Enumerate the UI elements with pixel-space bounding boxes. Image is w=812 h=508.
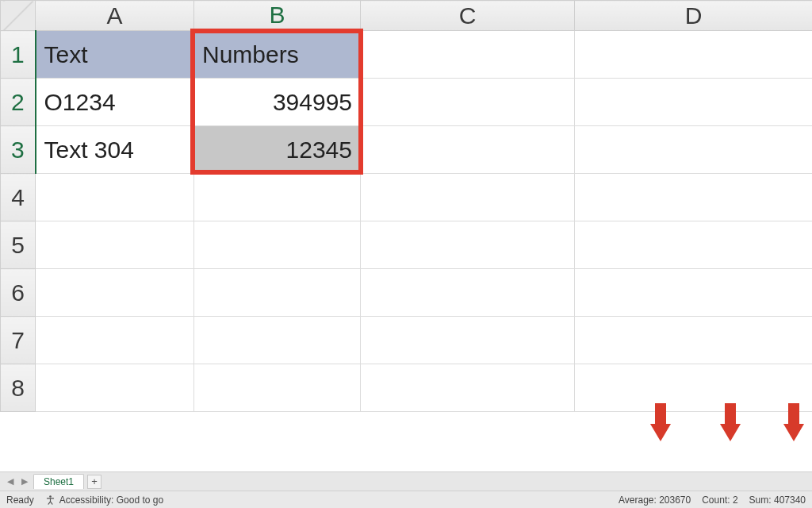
cell-d6[interactable] <box>575 269 813 317</box>
cell-d4[interactable] <box>575 174 813 221</box>
cell-b1[interactable]: Numbers <box>194 31 361 79</box>
cell-c8[interactable] <box>361 364 575 412</box>
cell-b6[interactable] <box>194 269 361 317</box>
svg-point-0 <box>49 495 52 498</box>
col-header-a[interactable]: A <box>36 1 194 31</box>
cell-c1[interactable] <box>361 31 575 79</box>
cell-a3[interactable]: Text 304 <box>36 126 194 174</box>
row-header-7[interactable]: 7 <box>1 317 36 364</box>
column-header-row: A B C D <box>1 1 813 31</box>
row-header-1[interactable]: 1 <box>1 31 36 79</box>
sheet-tab-strip: ◀ ▶ Sheet1 + <box>0 471 812 491</box>
cell-d5[interactable] <box>575 221 813 269</box>
row-header-5[interactable]: 5 <box>1 221 36 269</box>
accessibility-text: Accessibility: Good to go <box>59 495 163 506</box>
add-sheet-button[interactable]: + <box>87 475 102 489</box>
status-bar: Ready Accessibility: Good to go Average:… <box>0 491 812 508</box>
cell-b3[interactable]: 12345 <box>194 126 361 174</box>
row-header-8[interactable]: 8 <box>1 364 36 412</box>
accessibility-icon <box>45 495 56 505</box>
row-header-2[interactable]: 2 <box>1 79 36 126</box>
cell-d7[interactable] <box>575 317 813 364</box>
cell-b5[interactable] <box>194 221 361 269</box>
status-count[interactable]: Count: 2 <box>702 495 737 506</box>
row-header-6[interactable]: 6 <box>1 269 36 317</box>
cell-d3[interactable] <box>575 126 813 174</box>
cell-a6[interactable] <box>36 269 194 317</box>
cell-a5[interactable] <box>36 221 194 269</box>
tab-nav-prev[interactable]: ◀ <box>5 476 16 487</box>
row-header-3[interactable]: 3 <box>1 126 36 174</box>
status-ready: Ready <box>6 495 34 506</box>
sheet-tab-active[interactable]: Sheet1 <box>33 474 84 489</box>
cell-c7[interactable] <box>361 317 575 364</box>
accessibility-status[interactable]: Accessibility: Good to go <box>45 495 163 506</box>
status-average[interactable]: Average: 203670 <box>619 495 691 506</box>
col-header-b[interactable]: B <box>194 1 361 31</box>
col-header-c[interactable]: C <box>361 1 575 31</box>
cell-b7[interactable] <box>194 317 361 364</box>
cell-c4[interactable] <box>361 174 575 221</box>
select-all-corner[interactable] <box>1 1 36 31</box>
cell-a1[interactable]: Text <box>36 31 194 79</box>
cell-c3[interactable] <box>361 126 575 174</box>
cell-b2[interactable]: 394995 <box>194 79 361 126</box>
cell-a4[interactable] <box>36 174 194 221</box>
cell-c6[interactable] <box>361 269 575 317</box>
cell-b8[interactable] <box>194 364 361 412</box>
status-sum[interactable]: Sum: 407340 <box>749 495 806 506</box>
cell-a7[interactable] <box>36 317 194 364</box>
spreadsheet-grid[interactable]: A B C D 1 Text Numbers 2 O1234 394995 3 … <box>0 0 812 471</box>
row-header-4[interactable]: 4 <box>1 174 36 221</box>
cell-b4[interactable] <box>194 174 361 221</box>
cell-c2[interactable] <box>361 79 575 126</box>
tab-nav-next[interactable]: ▶ <box>19 476 30 487</box>
cell-d2[interactable] <box>575 79 813 126</box>
cell-d1[interactable] <box>575 31 813 79</box>
cell-a8[interactable] <box>36 364 194 412</box>
col-header-d[interactable]: D <box>575 1 813 31</box>
cell-d8[interactable] <box>575 364 813 412</box>
cell-a2[interactable]: O1234 <box>36 79 194 126</box>
cell-c5[interactable] <box>361 221 575 269</box>
